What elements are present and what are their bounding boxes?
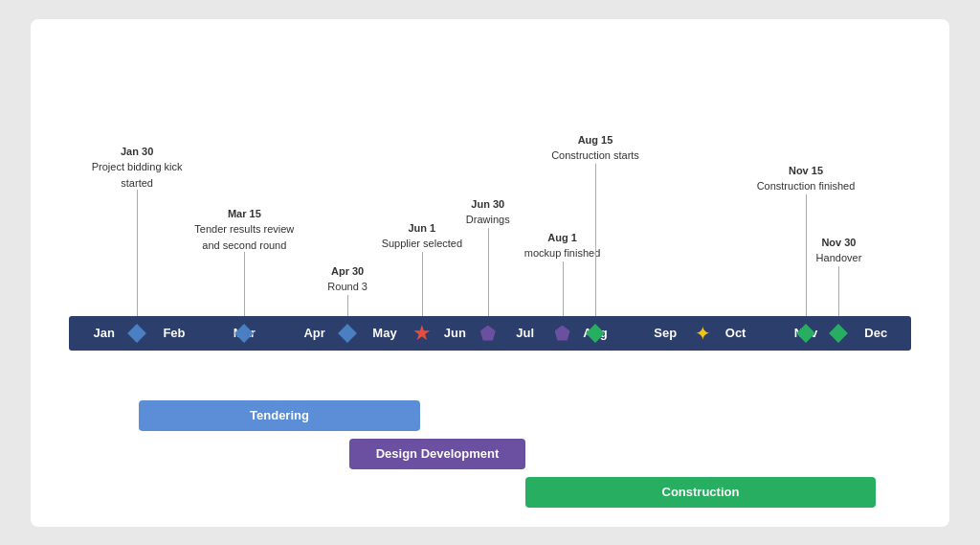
- milestone-label-aug1: Aug 1mockup finished: [524, 230, 601, 261]
- phase-bar-construction: Construction: [525, 477, 877, 508]
- marker-jun1: ★: [412, 323, 432, 344]
- milestone-label-nov15: Nov 15Construction finished: [757, 163, 856, 194]
- month-label-jul: Jul: [490, 326, 560, 340]
- marker-jun30: [480, 326, 496, 341]
- milestone-line-aug15: [595, 164, 596, 316]
- month-label-feb: Feb: [139, 326, 209, 340]
- milestone-label-nov30: Nov 30Handover: [816, 235, 862, 266]
- marker-aug15: [589, 327, 602, 340]
- marker-aug1: [555, 326, 570, 341]
- marker-nov30: [832, 327, 845, 340]
- milestone-label-jun1: Jun 1Supplier selected: [382, 220, 462, 252]
- month-label-sep: Sep: [631, 326, 701, 340]
- marker-jan30: [130, 327, 144, 340]
- milestone-line-jun1: [422, 252, 423, 316]
- milestone-label-jun30: Jun 30Drawings: [466, 196, 510, 228]
- milestone-label-aug15: Aug 15Construction starts: [551, 132, 639, 164]
- marker-mar15: [237, 327, 251, 340]
- milestone-label-jan30: Jan 30Project bidding kickstarted: [92, 144, 183, 192]
- marker-apr30: [341, 327, 354, 340]
- milestone-line-jan30: [137, 190, 138, 316]
- phase-bar-tendering: Tendering: [139, 400, 419, 431]
- marker-nov15: [799, 327, 813, 340]
- milestone-line-aug1: [563, 261, 564, 316]
- month-label-may: May: [349, 326, 419, 340]
- month-label-dec: Dec: [841, 326, 911, 340]
- milestone-line-nov30: [838, 266, 839, 316]
- milestone-line-nov15: [806, 194, 807, 316]
- milestone-line-apr30: [347, 295, 348, 316]
- chart-container: JanFebMarAprMayJunJulAugSepOctNovDecJan …: [31, 19, 949, 527]
- month-label-oct: Oct: [701, 326, 770, 340]
- milestone-label-mar15: Mar 15Tender results reviewand second ro…: [194, 206, 294, 254]
- milestone-line-jun30: [488, 228, 489, 316]
- milestone-line-mar15: [244, 252, 245, 316]
- phase-bar-design: Design Development: [349, 439, 524, 469]
- milestone-label-apr30: Apr 30Round 3: [327, 263, 368, 295]
- marker-oct-sun: ✦: [695, 323, 711, 343]
